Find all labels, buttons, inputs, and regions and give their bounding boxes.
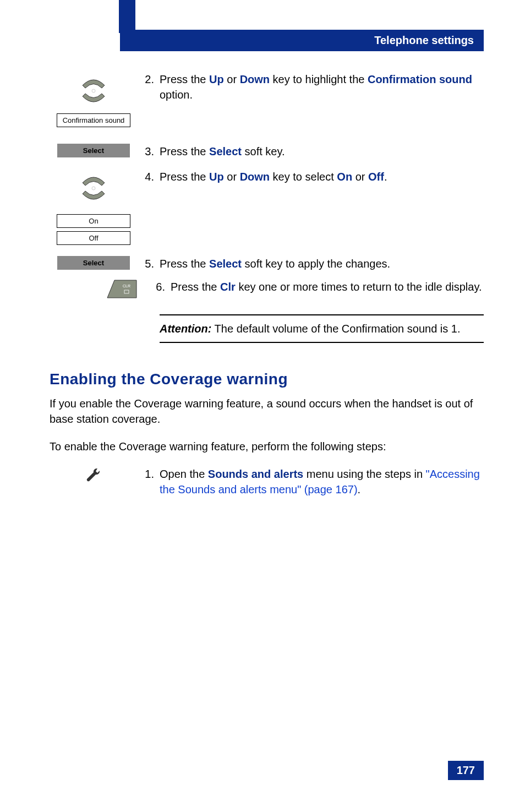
step-text: Open the Sounds and alerts menu using th…	[160, 466, 484, 497]
text-span: Select	[209, 258, 242, 270]
step-text: Press the Clr key one or more times to r…	[171, 279, 484, 295]
text-span: Open the	[160, 468, 208, 480]
svg-point-0	[92, 89, 95, 92]
section-heading-coverage-warning: Enabling the Coverage warning	[50, 370, 484, 388]
text-span: key to highlight the	[270, 73, 368, 85]
step-number: 3.	[138, 144, 160, 159]
text-span: Press the	[160, 258, 209, 270]
content-area: Confirmation sound 2. Press the Up or Do…	[50, 66, 484, 504]
step-row-2: Confirmation sound 2. Press the Up or Do…	[50, 72, 484, 127]
step-number: 6.	[149, 279, 171, 295]
text-span: Select	[209, 145, 242, 157]
section-para-2: To enable the Coverage warning feature, …	[50, 439, 484, 454]
text-span: or	[224, 171, 240, 183]
svg-text:CLR: CLR	[123, 284, 130, 288]
step-text: Press the Up or Down key to select On or…	[160, 169, 484, 184]
step-number: 4.	[138, 169, 160, 184]
step-text: Press the Up or Down key to highlight th…	[160, 72, 484, 102]
off-option-label: Off	[57, 231, 130, 245]
text-span: Press the	[171, 281, 220, 293]
text-span: On	[337, 171, 352, 183]
text-span: menu using the steps in	[303, 468, 425, 480]
text-span: soft key.	[242, 145, 285, 157]
text-span: Down	[240, 171, 270, 183]
text-span: key to select	[270, 171, 337, 183]
text-span: .	[384, 171, 387, 183]
text-span: Sounds and alerts	[208, 468, 303, 480]
text-span: Down	[240, 73, 270, 85]
lower-step-row-1: 1. Open the Sounds and alerts menu using…	[50, 466, 484, 497]
step-number: 5.	[138, 256, 160, 271]
select-softkey: Select	[57, 144, 130, 157]
text-span: .	[358, 483, 361, 495]
text-span: Up	[209, 73, 224, 85]
step-number: 1.	[138, 466, 160, 482]
text-span: Clr	[220, 281, 236, 293]
updown-nav-icon	[77, 169, 110, 208]
step-row-4: On Off 4. Press the Up or Down key to se…	[50, 169, 484, 245]
step-text: Press the Select soft key to apply the c…	[160, 256, 484, 271]
attention-note: Attention: The default volume of the Con…	[160, 314, 484, 343]
text-span: Off	[368, 171, 384, 183]
text-span: Up	[209, 171, 224, 183]
page-number: 177	[448, 761, 484, 780]
text-span: or	[352, 171, 368, 183]
confirmation-sound-label: Confirmation sound	[57, 113, 130, 127]
svg-point-1	[92, 187, 95, 190]
clr-key-icon: CLR	[105, 279, 138, 299]
step-row-5: Select 5. Press the Select soft key to a…	[50, 256, 484, 271]
step-number: 2.	[138, 72, 160, 87]
text-span: Press the	[160, 73, 209, 85]
text-span: option.	[160, 89, 193, 101]
attention-label: Attention:	[160, 323, 211, 335]
text-span: or	[224, 73, 240, 85]
text-span: key one or more times to return to the i…	[236, 281, 482, 293]
text-span: Press the	[160, 171, 209, 183]
text-span: Confirmation sound	[368, 73, 472, 85]
page-header: Telephone settings	[120, 30, 484, 51]
updown-nav-icon	[77, 72, 110, 110]
on-option-label: On	[57, 214, 130, 228]
select-softkey: Select	[57, 256, 130, 270]
step-text: Press the Select soft key.	[160, 144, 484, 159]
left-accent-bar	[119, 0, 135, 33]
attention-row: Attention: The default volume of the Con…	[50, 306, 484, 343]
step-row-6: CLR 6. Press the Clr key one or more tim…	[50, 279, 484, 299]
wrench-icon	[84, 466, 103, 485]
text-span: soft key to apply the changes.	[242, 258, 390, 270]
text-span: Press the	[160, 145, 209, 157]
section-para-1: If you enable the Coverage warning featu…	[50, 396, 484, 427]
attention-text: The default volume of the Confirmation s…	[211, 323, 460, 335]
step-row-3: Select 3. Press the Select soft key.	[50, 144, 484, 159]
